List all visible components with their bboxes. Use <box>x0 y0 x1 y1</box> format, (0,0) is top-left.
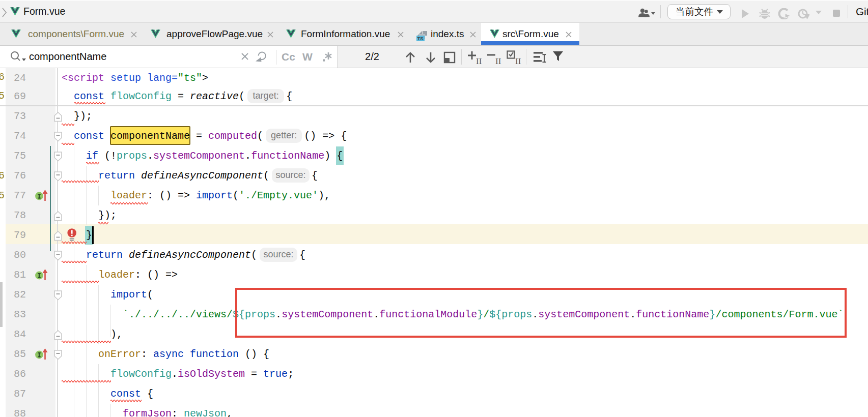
svg-text:TS: TS <box>417 36 423 41</box>
